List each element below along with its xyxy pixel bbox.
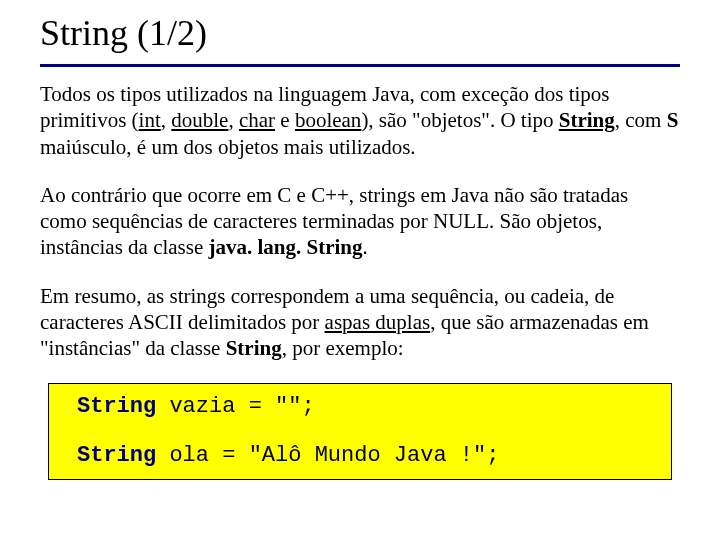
text: , [161,108,172,132]
text: maiúsculo, é um dos objetos mais utiliza… [40,135,416,159]
letter-s: S [667,108,679,132]
class-name: java. lang. String [209,235,363,259]
keyword-string: String [226,336,282,360]
text: e [275,108,295,132]
keyword-int: int [139,108,161,132]
title-rule [40,64,680,67]
text: ), são "objetos". O tipo [361,108,558,132]
code-text: vazia = ""; [156,394,314,419]
keyword-string: String [559,108,615,132]
code-text: ola = "Alô Mundo Java !"; [156,443,499,468]
text: , [228,108,239,132]
keyword-double: double [171,108,228,132]
paragraph-2: Ao contrário que ocorre em C e C++, stri… [40,182,680,261]
code-gap [77,421,667,443]
text: , por exemplo: [282,336,404,360]
code-box: String vazia = ""; String ola = "Alô Mun… [48,383,672,480]
page-title: String (1/2) [40,12,680,58]
paragraph-1: Todos os tipos utilizados na linguagem J… [40,81,680,160]
term-aspas-duplas: aspas duplas [325,310,431,334]
keyword-char: char [239,108,275,132]
text: . [363,235,368,259]
text: , com [615,108,667,132]
code-keyword: String [77,394,156,419]
code-keyword: String [77,443,156,468]
code-line-1: String vazia = ""; [77,394,667,420]
keyword-boolean: boolean [295,108,361,132]
slide: String (1/2) Todos os tipos utilizados n… [0,0,720,480]
paragraph-3: Em resumo, as strings correspondem a uma… [40,283,680,362]
code-line-2: String ola = "Alô Mundo Java !"; [77,443,667,469]
